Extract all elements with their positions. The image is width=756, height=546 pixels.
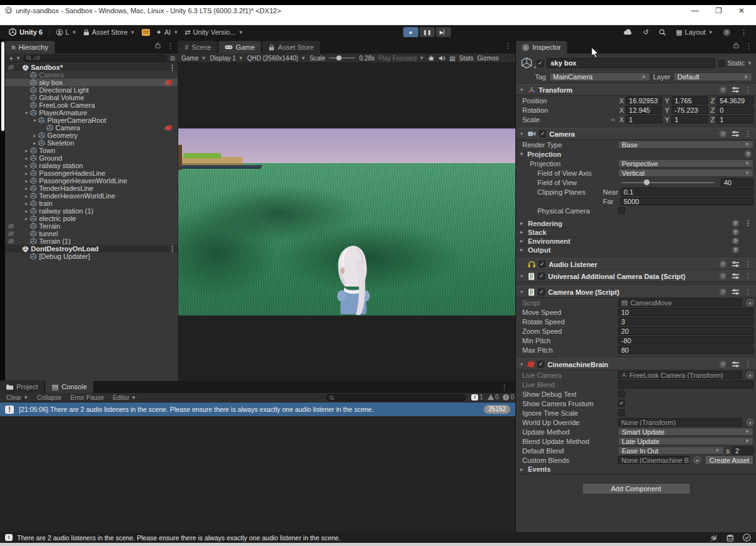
update-method-dropdown[interactable]: Smart Update▼: [618, 428, 753, 436]
axis-z-field[interactable]: 1: [716, 115, 753, 123]
expand-arrow[interactable]: [23, 178, 30, 184]
tab-project[interactable]: Project: [0, 380, 44, 393]
minimize-button[interactable]: —: [691, 6, 699, 15]
property-checkbox[interactable]: ✓: [618, 400, 625, 407]
link-scale-icon[interactable]: ∞: [609, 117, 617, 123]
tab-game[interactable]: Game: [219, 41, 261, 54]
hierarchy-row[interactable]: Geometry ⋮: [5, 132, 178, 139]
hierarchy-row[interactable]: TenderHeavenWorldLine ⋮: [5, 192, 178, 200]
expand-arrow[interactable]: [23, 186, 30, 191]
help-icon[interactable]: ?: [719, 86, 726, 93]
hierarchy-row[interactable]: TenderHadesLine ⋮: [5, 185, 178, 192]
expand-arrow[interactable]: [23, 110, 30, 116]
tab-scene[interactable]: # Scene: [178, 41, 217, 54]
object-picker-icon[interactable]: ◉: [747, 299, 753, 306]
resolution-dropdown[interactable]: QHD (2560x1440)▼: [247, 55, 306, 62]
error-count[interactable]: !0: [503, 394, 514, 401]
component-kebab-icon[interactable]: ⋮: [745, 260, 752, 268]
row-kebab-icon[interactable]: ⋮: [169, 245, 176, 253]
hierarchy-row[interactable]: Sandbox* ⋮: [5, 64, 178, 71]
gizmos-dropdown[interactable]: Gizmos: [478, 55, 499, 62]
status-bar[interactable]: ! There are 2 audio listeners in the sce…: [0, 532, 756, 543]
hierarchy-row[interactable]: PassengerHadesLine ⋮: [5, 169, 178, 177]
warning-count[interactable]: 0: [488, 394, 499, 401]
component-kebab-icon[interactable]: ⋮: [745, 86, 752, 94]
editor-dropdown[interactable]: Editor▼: [109, 394, 140, 401]
hierarchy-row[interactable]: Camera ⋮: [5, 124, 178, 132]
lock-icon[interactable]: [155, 42, 161, 48]
object-picker-icon[interactable]: ◉: [747, 372, 753, 378]
component-enabled-checkbox[interactable]: ✓: [538, 288, 545, 295]
hierarchy-row[interactable]: Terrain (1) ⋮: [5, 237, 178, 245]
projection-dropdown[interactable]: Perspective▼: [618, 159, 753, 168]
hierarchy-row[interactable]: Camera ⋮: [5, 71, 178, 79]
search-button[interactable]: [659, 29, 666, 36]
component-enabled-checkbox[interactable]: ✓: [538, 273, 545, 280]
hierarchy-row[interactable]: Skeleton ⋮: [5, 139, 178, 147]
bug-icon[interactable]: [428, 55, 435, 62]
expand-arrow[interactable]: [32, 140, 38, 146]
hierarchy-row[interactable]: PlayerArmature ⋮: [5, 109, 178, 117]
expand-arrow[interactable]: [32, 133, 38, 139]
presets-icon[interactable]: [732, 261, 739, 267]
game-viewport[interactable]: [178, 63, 515, 381]
pause-button[interactable]: ❚❚: [420, 27, 435, 37]
debugger-bug-icon[interactable]: [710, 534, 718, 542]
far-clip-field[interactable]: 5000: [621, 197, 753, 205]
default-blend-dropdown[interactable]: Ease In Out▼: [618, 446, 724, 455]
camera-section-foldout[interactable]: ▸ Rendering ?⋮: [516, 219, 756, 228]
active-checkbox[interactable]: ✓: [537, 60, 544, 67]
create-asset-button[interactable]: Create Asset: [705, 455, 753, 465]
blend-update-method-dropdown[interactable]: Late Update▼: [618, 437, 753, 445]
static-checkbox[interactable]: [718, 60, 725, 67]
camera-section-foldout[interactable]: ▸ Environment ?⋮: [516, 237, 756, 246]
tab-asset-store[interactable]: Asset Store: [262, 41, 320, 54]
progress-check-icon[interactable]: [743, 533, 751, 542]
cloud-button[interactable]: [624, 29, 633, 35]
hierarchy-row[interactable]: railway station (1) ⋮: [5, 207, 178, 215]
property-checkbox[interactable]: [618, 390, 625, 397]
component-kebab-icon[interactable]: ⋮: [745, 360, 752, 368]
help-icon[interactable]: ?: [732, 229, 739, 236]
visibility-toggle[interactable]: [6, 65, 15, 70]
transform-header[interactable]: ▾ Transform ? ⋮: [516, 84, 756, 96]
axis-y-field[interactable]: 1.765: [672, 96, 708, 105]
hierarchy-row[interactable]: FreeLook Camera ⋮: [5, 101, 178, 109]
visibility-toggle[interactable]: [6, 224, 15, 229]
hierarchy-row[interactable]: tunnel ⋮: [5, 230, 178, 237]
hierarchy-search-input[interactable]: All: [23, 55, 168, 62]
unity-brand[interactable]: Unity 6: [9, 28, 43, 36]
stats-button[interactable]: Stats: [459, 55, 474, 62]
hierarchy-row[interactable]: sky box ⋮: [5, 79, 178, 86]
expand-arrow[interactable]: [23, 156, 30, 161]
version-control-menu[interactable]: ⇄ Unity Versio...▼: [185, 28, 243, 37]
expand-arrow[interactable]: [23, 163, 30, 169]
ai-menu[interactable]: ✦ AI▼: [156, 28, 179, 37]
help-icon[interactable]: ?: [745, 151, 752, 157]
render-type-dropdown[interactable]: Base▼: [618, 140, 753, 149]
camera-header[interactable]: ▾ ✓ Camera ? ⋮: [516, 128, 756, 140]
clear-button[interactable]: Clear▼: [3, 394, 32, 401]
axis-x-field[interactable]: 1: [626, 115, 662, 123]
events-foldout[interactable]: ▸ Events: [516, 465, 756, 474]
expand-arrow[interactable]: [23, 148, 30, 154]
tab-hierarchy[interactable]: ≡ Hierarchy: [5, 41, 55, 54]
component-kebab-icon[interactable]: ⋮: [745, 272, 752, 280]
hierarchy-row[interactable]: Directional Light ⋮: [5, 86, 178, 94]
stop-button[interactable]: ■: [403, 27, 418, 37]
expand-arrow[interactable]: [23, 208, 30, 214]
help-icon[interactable]: ?: [732, 220, 739, 227]
expand-arrow[interactable]: [23, 193, 30, 199]
hierarchy-row[interactable]: train ⋮: [5, 200, 178, 207]
layout-dropdown[interactable]: ▦ Layout▼: [676, 28, 713, 37]
blend-seconds-field[interactable]: 2: [732, 446, 753, 455]
presets-icon[interactable]: [732, 87, 739, 93]
hierarchy-row[interactable]: [Debug Updater] ⋮: [5, 253, 178, 260]
tab-inspector[interactable]: i Inspector: [516, 41, 567, 54]
game-target-dropdown[interactable]: Game▼: [181, 55, 206, 62]
row-kebab-icon[interactable]: ⋮: [169, 64, 176, 72]
camera-section-foldout[interactable]: ▸ Stack ?⋮: [516, 228, 756, 237]
expand-arrow[interactable]: [23, 201, 30, 207]
tag-dropdown[interactable]: MainCamera▼: [549, 72, 650, 81]
help-icon[interactable]: ?: [719, 273, 726, 280]
